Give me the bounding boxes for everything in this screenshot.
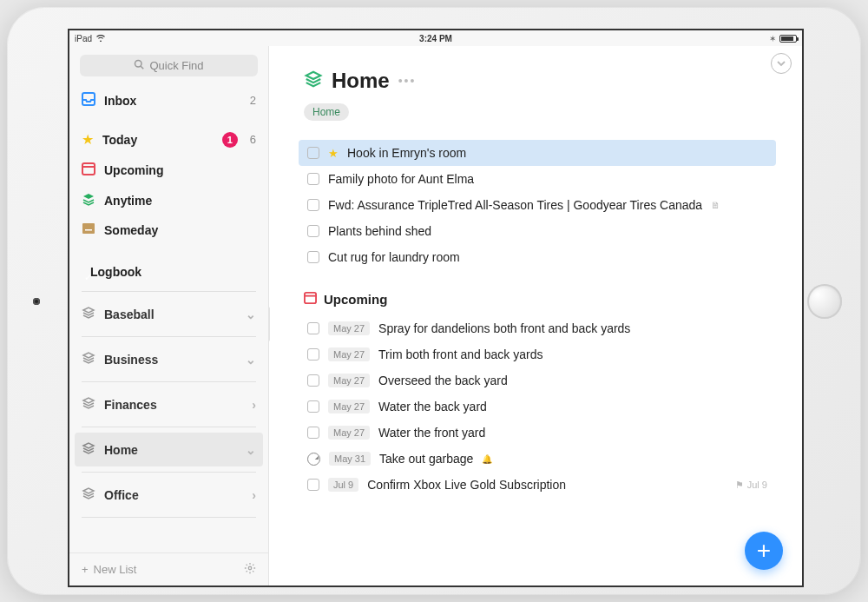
task-title: Hook in Emryn's room xyxy=(347,146,466,160)
screen: iPad 3:24 PM ✶ Quick Find xyxy=(68,29,804,587)
divider xyxy=(82,336,256,337)
date-chip: Jul 9 xyxy=(328,478,358,492)
task-row[interactable]: Plants behind shed xyxy=(304,218,771,244)
area-icon xyxy=(82,306,95,322)
sidebar-area-business[interactable]: Business ⌄ xyxy=(69,342,268,376)
tag-pill[interactable]: Home xyxy=(304,103,349,121)
camera-icon xyxy=(33,298,40,305)
chevron-right-icon: › xyxy=(252,398,256,412)
plus-icon: + xyxy=(82,563,89,576)
inbox-count: 2 xyxy=(250,94,256,107)
area-label: Home xyxy=(104,443,237,457)
date-chip: May 27 xyxy=(328,321,370,335)
sidebar-item-label: Inbox xyxy=(104,94,241,108)
date-chip: May 27 xyxy=(328,400,370,413)
task-title: Overseed the back yard xyxy=(378,374,508,387)
svg-rect-6 xyxy=(85,229,92,231)
task-title: Confirm Xbox Live Gold Subscription xyxy=(367,478,566,492)
sidebar-item-anytime[interactable]: Anytime xyxy=(69,185,268,215)
checkbox[interactable] xyxy=(307,199,319,211)
quick-find[interactable]: Quick Find xyxy=(80,55,258,76)
area-label: Business xyxy=(104,353,237,367)
sidebar-item-inbox[interactable]: Inbox 2 xyxy=(69,85,268,116)
sidebar-area-office[interactable]: Office › xyxy=(69,478,268,512)
settings-icon[interactable] xyxy=(244,562,256,577)
svg-line-1 xyxy=(141,66,144,69)
area-label: Finances xyxy=(104,398,243,412)
task-row[interactable]: May 27 Overseed the back yard xyxy=(304,367,771,394)
checkbox[interactable] xyxy=(307,251,319,263)
today-count: 6 xyxy=(250,133,256,146)
sidebar-area-home[interactable]: Home ⌄ xyxy=(75,433,263,466)
date-chip: May 31 xyxy=(329,452,371,466)
svg-point-7 xyxy=(248,566,252,570)
sidebar-item-today[interactable]: ★ Today 1 6 xyxy=(69,124,268,155)
sidebar-item-label: Upcoming xyxy=(104,163,256,177)
new-list-label: New List xyxy=(94,563,137,576)
task-row[interactable]: May 27 Water the front yard xyxy=(304,420,771,446)
anytime-icon xyxy=(82,192,95,208)
svg-rect-5 xyxy=(82,223,95,234)
task-title: Fwd: Assurance TripleTred All-Season Tir… xyxy=(328,198,702,212)
sidebar: Quick Find Inbox 2 ★ Today 1 xyxy=(69,46,269,585)
home-button[interactable] xyxy=(807,284,842,319)
area-title: Home xyxy=(332,69,390,93)
calendar-icon xyxy=(304,291,317,307)
task-row[interactable]: ★ Hook in Emryn's room xyxy=(299,140,776,166)
task-row[interactable]: May 27 Trim both front and back yards xyxy=(304,341,771,367)
collapse-button[interactable] xyxy=(771,53,792,74)
sidebar-item-label: Someday xyxy=(104,223,256,237)
area-icon xyxy=(82,351,95,367)
task-row[interactable]: Fwd: Assurance TripleTred All-Season Tir… xyxy=(304,192,771,218)
new-list-button[interactable]: + New List xyxy=(82,563,136,576)
task-row[interactable]: Family photo for Aunt Elma xyxy=(304,166,771,192)
task-row[interactable]: Jul 9 Confirm Xbox Live Gold Subscriptio… xyxy=(304,472,771,498)
checkbox[interactable] xyxy=(307,479,319,491)
sidebar-area-baseball[interactable]: Baseball ⌄ xyxy=(69,297,268,331)
task-row[interactable]: May 31 Take out garbage 🔔 xyxy=(304,446,771,472)
checkbox[interactable] xyxy=(307,173,319,185)
task-row[interactable]: Cut rug for laundry room xyxy=(304,244,771,270)
checkbox[interactable] xyxy=(307,374,319,387)
chevron-down-icon: ⌄ xyxy=(246,308,256,321)
sidebar-item-label: Logbook xyxy=(90,265,256,279)
sidebar-item-someday[interactable]: Someday xyxy=(69,215,268,244)
sidebar-item-upcoming[interactable]: Upcoming xyxy=(69,155,268,185)
app: Quick Find Inbox 2 ★ Today 1 xyxy=(69,46,802,585)
area-label: Office xyxy=(104,488,243,502)
area-label: Baseball xyxy=(104,308,237,321)
task-title: Spray for dandelions both front and back… xyxy=(378,321,630,335)
main: Home ••• Home ★ Hook in Emryn's room xyxy=(269,46,802,585)
area-icon xyxy=(304,69,323,92)
battery-icon xyxy=(779,35,797,43)
inbox-icon xyxy=(82,92,95,109)
checkbox[interactable] xyxy=(307,427,319,439)
upcoming-label: Upcoming xyxy=(324,292,387,307)
checkbox[interactable] xyxy=(307,322,319,334)
task-title: Cut rug for laundry room xyxy=(328,250,460,264)
divider xyxy=(82,381,256,382)
divider xyxy=(82,427,256,427)
calendar-icon xyxy=(82,162,95,178)
area-header: Home ••• xyxy=(304,69,771,93)
checkbox[interactable] xyxy=(307,348,319,361)
add-task-button[interactable]: + xyxy=(745,532,783,570)
task-list: ★ Hook in Emryn's room Family photo for … xyxy=(304,140,771,270)
sidebar-area-finances[interactable]: Finances › xyxy=(69,387,268,421)
sidebar-item-logbook[interactable]: Logbook xyxy=(69,258,268,286)
upcoming-list: May 27 Spray for dandelions both front a… xyxy=(304,315,771,498)
chevron-down-icon: ⌄ xyxy=(246,443,256,457)
task-row[interactable]: May 27 Spray for dandelions both front a… xyxy=(304,315,771,341)
task-row[interactable]: May 27 Water the back yard xyxy=(304,394,771,420)
flag-icon: ⚑ xyxy=(735,480,744,491)
checkbox[interactable] xyxy=(307,225,319,237)
task-title: Take out garbage xyxy=(379,452,473,466)
checkbox[interactable] xyxy=(307,147,319,159)
more-icon[interactable]: ••• xyxy=(398,74,417,88)
sidebar-item-label: Anytime xyxy=(104,194,256,208)
checkbox[interactable] xyxy=(307,400,319,413)
deadline-label: ⚑ Jul 9 xyxy=(735,480,767,491)
ipad-frame: iPad 3:24 PM ✶ Quick Find xyxy=(7,7,861,595)
quick-find-placeholder: Quick Find xyxy=(149,59,203,72)
divider xyxy=(82,517,256,518)
